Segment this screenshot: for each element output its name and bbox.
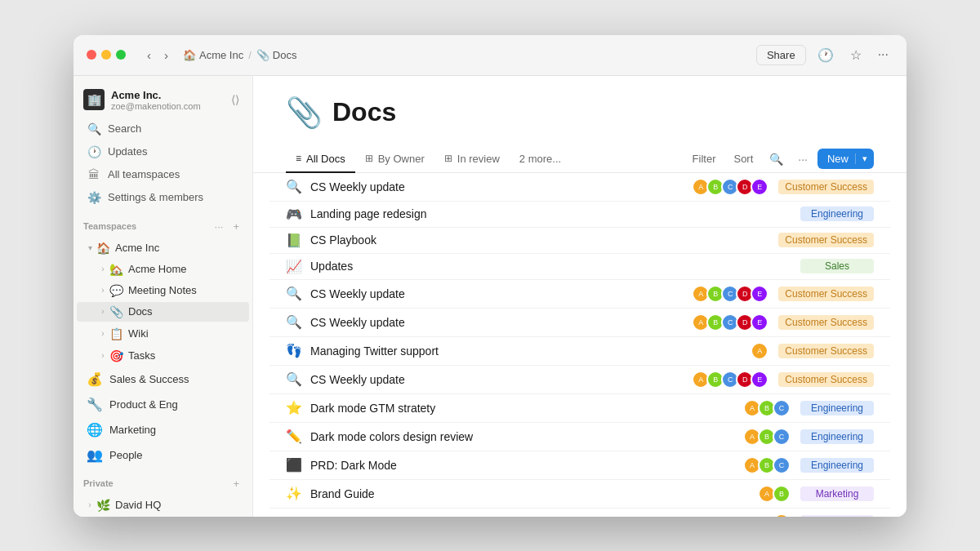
tree-item-meeting-notes[interactable]: › 💬 Meeting Notes — [77, 281, 249, 300]
more-options-button[interactable]: ··· — [873, 44, 893, 65]
table-row[interactable]: ⭐ Dark mode GTM stratety ABC Engineering — [270, 394, 890, 423]
main-content: 📎 Docs ≡ All Docs ⊞ By Owner ⊞ In review… — [253, 76, 906, 517]
favorite-button[interactable]: ☆ — [845, 44, 866, 66]
row-icon: 👣 — [286, 343, 302, 358]
table-row[interactable]: 🔍 CS Weekly update ABCDE Customer Succes… — [270, 173, 890, 202]
maximize-button[interactable] — [116, 50, 126, 60]
row-avatars: ABCDE — [692, 285, 768, 303]
row-title: CS Weekly update — [310, 316, 692, 329]
tree-label-tasks: Tasks — [128, 349, 243, 362]
row-icon: 📗 — [286, 233, 302, 248]
docs-breadcrumb-icon: 📎 — [256, 49, 270, 61]
tree-item-acme-home[interactable]: › 🏡 Acme Home — [77, 260, 249, 279]
row-icon: ✏️ — [286, 429, 302, 444]
row-icon: ✨ — [286, 486, 302, 501]
table-row[interactable]: 👣 Managing Twitter support A Customer Su… — [270, 337, 890, 366]
avatar: C — [773, 456, 791, 474]
group-label-people: People — [109, 449, 142, 461]
tree-item-david-hq[interactable]: › 🌿 David HQ — [77, 495, 249, 515]
row-title: Updates — [310, 260, 791, 273]
sidebar: 🏢 Acme Inc. zoe@makenotion.com ⟨⟩ 🔍 Sear… — [74, 76, 253, 517]
teamspaces-section-label: Teamspaces ··· + — [74, 209, 252, 238]
back-button[interactable]: ‹ — [142, 45, 156, 65]
row-tag: Marketing — [800, 487, 874, 501]
row-avatars: ABCDE — [692, 371, 768, 389]
tree-item-wiki[interactable]: › 📋 Wiki ··· + — [77, 323, 249, 344]
wiki-add-button[interactable]: + — [230, 327, 243, 341]
acme-inc-icon: 🏠 — [96, 242, 110, 255]
tab-in-review-label: In review — [457, 153, 500, 165]
workspace-selector[interactable]: 🏢 Acme Inc. zoe@makenotion.com — [83, 89, 201, 111]
row-title: Dark mode GTM stratety — [310, 402, 743, 415]
table-row[interactable]: 🚌 Database relation properties A Marketi… — [270, 509, 890, 517]
by-owner-icon: ⊞ — [365, 153, 373, 164]
table-row[interactable]: 📗 CS Playbook Customer Success — [270, 228, 890, 254]
sidebar-collapse-button[interactable]: ⟨⟩ — [228, 90, 243, 109]
group-label-marketing: Marketing — [109, 424, 156, 436]
filter-button[interactable]: Filter — [686, 149, 723, 168]
breadcrumb-label-acme: Acme Inc — [199, 49, 243, 61]
wiki-icon: 📋 — [109, 327, 123, 340]
page-icon: 📎 — [286, 96, 323, 130]
sidebar-item-settings[interactable]: ⚙️ Settings & members — [77, 187, 249, 208]
sidebar-item-teamspaces[interactable]: 🏛 All teamspaces — [77, 164, 249, 185]
table-search-button[interactable]: 🔍 — [764, 149, 788, 169]
table-row[interactable]: 🔍 CS Weekly update ABCDE Customer Succes… — [270, 280, 890, 309]
share-button[interactable]: Share — [756, 45, 806, 65]
sidebar-updates-label: Updates — [108, 145, 147, 158]
updates-icon: 🕐 — [87, 145, 101, 158]
page-title-area: 📎 Docs — [286, 96, 874, 130]
teamspaces-add-button[interactable]: + — [229, 219, 243, 234]
close-button[interactable] — [87, 50, 96, 60]
tree-label-docs: Docs — [128, 305, 243, 318]
sort-button[interactable]: Sort — [727, 149, 760, 168]
product-icon: 🔧 — [87, 397, 103, 412]
row-tag: Engineering — [800, 401, 874, 415]
group-item-marketing[interactable]: 🌐 Marketing — [77, 418, 249, 442]
row-title: CS Weekly update — [310, 180, 692, 193]
table-row[interactable]: 🔍 CS Weekly update ABCDE Customer Succes… — [270, 309, 890, 337]
tab-by-owner[interactable]: ⊞ By Owner — [355, 146, 434, 173]
table-row[interactable]: ⬛ PRD: Dark Mode ABC Engineering — [270, 451, 890, 480]
row-tag: Engineering — [800, 429, 874, 444]
table-more-button[interactable]: ··· — [793, 149, 813, 169]
tabs-bar: ≡ All Docs ⊞ By Owner ⊞ In review 2 more… — [253, 146, 906, 173]
row-avatars: ABCDE — [692, 313, 768, 331]
breadcrumb-docs[interactable]: 📎 Docs — [256, 49, 297, 61]
more-tabs-button[interactable]: 2 more... — [510, 146, 571, 171]
tree-item-acme-inc[interactable]: ▾ 🏠 Acme Inc — [77, 238, 249, 258]
sidebar-item-updates[interactable]: 🕐 Updates — [77, 141, 249, 162]
marketing-icon: 🌐 — [87, 422, 103, 438]
private-add-button[interactable]: + — [229, 476, 243, 491]
group-item-product[interactable]: 🔧 Product & Eng — [77, 393, 249, 416]
history-button[interactable]: 🕐 — [813, 44, 839, 66]
workspace-name: Acme Inc. — [111, 89, 201, 101]
group-item-sales[interactable]: 💰 Sales & Success — [77, 367, 249, 391]
table-row[interactable]: 📈 Updates Sales — [270, 254, 890, 280]
tree-item-docs[interactable]: › 📎 Docs — [77, 302, 249, 322]
tab-all-docs[interactable]: ≡ All Docs — [286, 146, 355, 173]
table-row[interactable]: 🎮 Landing page redesign Engineering — [270, 202, 890, 228]
tree-label-acme-inc: Acme Inc — [115, 242, 243, 254]
row-title: PRD: Dark Mode — [310, 459, 743, 472]
row-tag: Customer Success — [778, 233, 874, 247]
tab-in-review[interactable]: ⊞ In review — [434, 146, 510, 173]
row-title: Managing Twitter support — [310, 344, 751, 358]
new-doc-button[interactable]: New ▾ — [817, 149, 874, 169]
group-item-people[interactable]: 👥 People — [77, 443, 249, 467]
minimize-button[interactable] — [101, 50, 111, 60]
forward-button[interactable]: › — [159, 45, 173, 65]
tree-item-tasks[interactable]: › 🎯 Tasks — [77, 346, 249, 366]
row-icon: 🚌 — [286, 514, 302, 517]
table-row[interactable]: ✏️ Dark mode colors design review ABC En… — [270, 423, 890, 451]
breadcrumb-acme-inc[interactable]: 🏠 Acme Inc — [183, 49, 243, 61]
app-window: ‹ › 🏠 Acme Inc / 📎 Docs Share 🕐 ☆ ··· — [74, 35, 906, 517]
sidebar-item-search[interactable]: 🔍 Search — [77, 118, 249, 140]
teamspaces-more-button[interactable]: ··· — [212, 219, 227, 234]
workspace-text: Acme Inc. zoe@makenotion.com — [111, 89, 201, 111]
row-title: CS Playbook — [310, 233, 768, 247]
wiki-more-button[interactable]: ··· — [214, 327, 229, 341]
breadcrumb-label-docs: Docs — [273, 49, 297, 61]
table-row[interactable]: 🔍 CS Weekly update ABCDE Customer Succes… — [270, 366, 890, 394]
table-row[interactable]: ✨ Brand Guide AB Marketing — [270, 480, 890, 509]
